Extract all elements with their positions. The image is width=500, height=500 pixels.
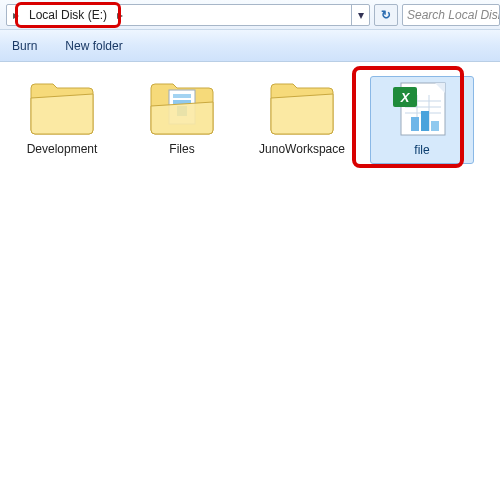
- item-label: file: [414, 143, 429, 157]
- folder-item-junoworkspace[interactable]: JunoWorkspace: [250, 76, 354, 162]
- folder-icon: [27, 80, 97, 136]
- file-item-excel[interactable]: X file: [370, 76, 474, 164]
- search-input[interactable]: Search Local Disk (E:): [402, 4, 500, 26]
- toolbar: Burn New folder: [0, 30, 500, 62]
- breadcrumb[interactable]: ▸ Local Disk (E:) ▸ ▾: [6, 4, 370, 26]
- toolbar-new-folder[interactable]: New folder: [65, 39, 122, 53]
- folder-item-development[interactable]: Development: [10, 76, 114, 162]
- item-label: JunoWorkspace: [259, 142, 345, 156]
- breadcrumb-right-arrow[interactable]: ▸: [111, 5, 129, 25]
- breadcrumb-location[interactable]: Local Disk (E:): [25, 5, 111, 25]
- svg-rect-11: [411, 117, 419, 131]
- address-history-dropdown[interactable]: ▾: [351, 5, 369, 25]
- item-label: Files: [169, 142, 194, 156]
- address-bar-row: ▸ Local Disk (E:) ▸ ▾ ↻ Search Local Dis…: [0, 0, 500, 30]
- svg-rect-13: [431, 121, 439, 131]
- item-label: Development: [27, 142, 98, 156]
- excel-file-icon: X: [387, 81, 457, 137]
- breadcrumb-left-arrow[interactable]: ▸: [7, 5, 25, 25]
- folder-contents: Development Files JunoWorkspace: [0, 62, 500, 178]
- folder-item-files[interactable]: Files: [130, 76, 234, 162]
- search-placeholder: Search Local Disk (E:): [407, 8, 500, 22]
- folder-icon: [147, 80, 217, 136]
- svg-rect-12: [421, 111, 429, 131]
- svg-text:X: X: [400, 90, 411, 105]
- folder-icon: [267, 80, 337, 136]
- toolbar-burn[interactable]: Burn: [12, 39, 37, 53]
- svg-rect-1: [173, 94, 191, 98]
- refresh-button[interactable]: ↻: [374, 4, 398, 26]
- refresh-icon: ↻: [381, 8, 391, 22]
